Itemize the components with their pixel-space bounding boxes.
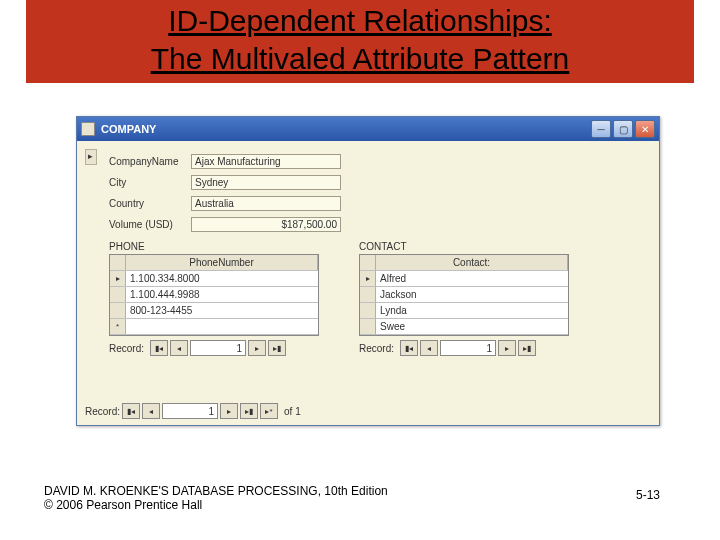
row-selector[interactable] — [110, 303, 126, 318]
row-selector[interactable]: ▸ — [360, 271, 376, 286]
company-name-field[interactable]: Ajax Manufacturing — [191, 154, 341, 169]
close-button[interactable]: ✕ — [635, 120, 655, 138]
grid-corner — [360, 255, 376, 270]
record-of-text: of 1 — [284, 406, 301, 417]
phone-cell[interactable]: 1.100.334.8000 — [126, 271, 318, 286]
page-number: 5-13 — [636, 488, 660, 502]
title-line2: The Multivaled Attribute Pattern — [151, 42, 570, 75]
contact-record-nav: Record: ▮◂ ◂ 1 ▸ ▸▮ — [359, 340, 569, 356]
company-form-window: COMPANY ─ ▢ ✕ CompanyName Ajax Manufactu… — [76, 116, 660, 426]
minimize-button[interactable]: ─ — [591, 120, 611, 138]
window-titlebar[interactable]: COMPANY ─ ▢ ✕ — [77, 117, 659, 141]
slide-footer: DAVID M. KROENKE'S DATABASE PROCESSING, … — [44, 484, 388, 512]
title-line1: ID-Dependent Relationships: — [168, 4, 552, 37]
nav-last-button[interactable]: ▸▮ — [518, 340, 536, 356]
slide-title-block: ID-Dependent Relationships: The Multival… — [26, 0, 694, 83]
city-field[interactable]: Sydney — [191, 175, 341, 190]
country-field[interactable]: Australia — [191, 196, 341, 211]
nav-prev-button[interactable]: ◂ — [142, 403, 160, 419]
contact-grid[interactable]: Contact: ▸Alfred Jackson Lynda Swee — [359, 254, 569, 336]
record-selector[interactable] — [85, 149, 97, 165]
phone-label: PHONE — [109, 241, 319, 252]
nav-next-button[interactable]: ▸ — [248, 340, 266, 356]
nav-last-button[interactable]: ▸▮ — [268, 340, 286, 356]
nav-first-button[interactable]: ▮◂ — [122, 403, 140, 419]
nav-first-button[interactable]: ▮◂ — [150, 340, 168, 356]
main-record-nav: Record: ▮◂ ◂ 1 ▸ ▸▮ ▸* of 1 — [85, 403, 301, 419]
contact-cell[interactable]: Jackson — [376, 287, 568, 302]
nav-prev-button[interactable]: ◂ — [170, 340, 188, 356]
contact-label: CONTACT — [359, 241, 569, 252]
record-label: Record: — [85, 406, 120, 417]
footer-line1: DAVID M. KROENKE'S DATABASE PROCESSING, … — [44, 484, 388, 498]
row-selector[interactable] — [360, 287, 376, 302]
contact-header: Contact: — [376, 255, 568, 270]
record-label: Record: — [359, 343, 394, 354]
row-selector[interactable]: ▸ — [110, 271, 126, 286]
phone-cell[interactable]: 800-123-4455 — [126, 303, 318, 318]
phone-cell[interactable]: 1.100.444.9988 — [126, 287, 318, 302]
contact-cell[interactable]: Lynda — [376, 303, 568, 318]
volume-field[interactable]: $187,500.00 — [191, 217, 341, 232]
maximize-button[interactable]: ▢ — [613, 120, 633, 138]
phone-subform: PHONE PhoneNumber ▸1.100.334.8000 1.100.… — [109, 241, 319, 356]
nav-new-button[interactable]: ▸* — [260, 403, 278, 419]
new-row-selector[interactable]: * — [110, 319, 126, 334]
company-name-label: CompanyName — [109, 156, 191, 167]
phone-header: PhoneNumber — [126, 255, 318, 270]
nav-first-button[interactable]: ▮◂ — [400, 340, 418, 356]
footer-line2: © 2006 Pearson Prentice Hall — [44, 498, 388, 512]
slide-title: ID-Dependent Relationships: The Multival… — [26, 2, 694, 77]
row-selector[interactable] — [360, 303, 376, 318]
record-number-field[interactable]: 1 — [190, 340, 246, 356]
nav-next-button[interactable]: ▸ — [220, 403, 238, 419]
window-title: COMPANY — [101, 123, 591, 135]
grid-corner — [110, 255, 126, 270]
volume-label: Volume (USD) — [109, 219, 191, 230]
contact-subform: CONTACT Contact: ▸Alfred Jackson Lynda S… — [359, 241, 569, 356]
record-number-field[interactable]: 1 — [440, 340, 496, 356]
phone-grid[interactable]: PhoneNumber ▸1.100.334.8000 1.100.444.99… — [109, 254, 319, 336]
row-selector[interactable] — [360, 319, 376, 334]
record-number-field[interactable]: 1 — [162, 403, 218, 419]
city-label: City — [109, 177, 191, 188]
contact-cell[interactable]: Swee — [376, 319, 568, 334]
phone-record-nav: Record: ▮◂ ◂ 1 ▸ ▸▮ — [109, 340, 319, 356]
nav-last-button[interactable]: ▸▮ — [240, 403, 258, 419]
contact-cell[interactable]: Alfred — [376, 271, 568, 286]
form-icon — [81, 122, 95, 136]
row-selector[interactable] — [110, 287, 126, 302]
nav-prev-button[interactable]: ◂ — [420, 340, 438, 356]
record-label: Record: — [109, 343, 144, 354]
nav-next-button[interactable]: ▸ — [498, 340, 516, 356]
phone-cell-new[interactable] — [126, 319, 318, 334]
country-label: Country — [109, 198, 191, 209]
